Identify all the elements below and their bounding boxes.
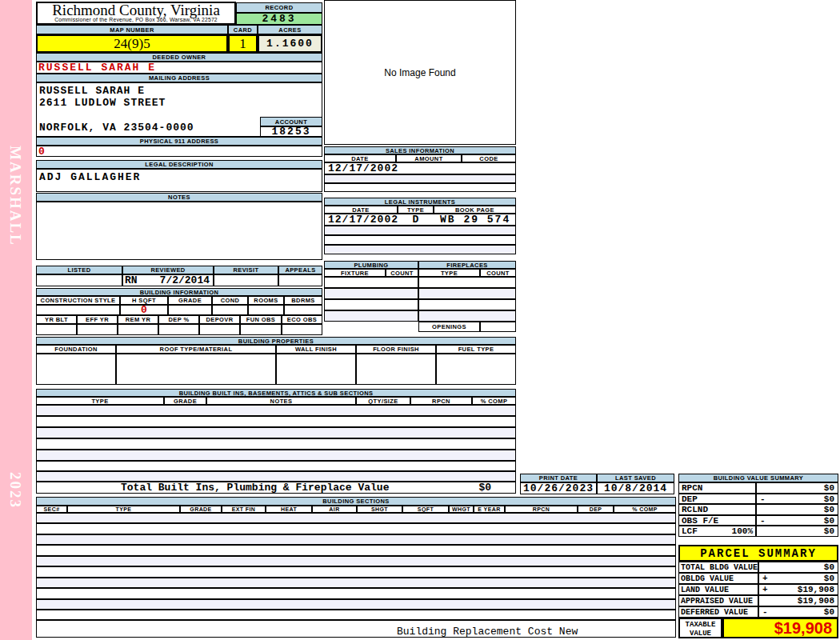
bs-footer-row: Building Replacement Cost New: [36, 620, 676, 638]
instrument-type-value: D: [398, 214, 434, 226]
account-value: 18253: [260, 126, 322, 137]
deeded-owner-value: RUSSELL SARAH E: [36, 62, 322, 74]
bvs-op: -: [760, 494, 766, 504]
ps-value: $19,908: [798, 585, 834, 594]
bvs-rpcn-value-cell: $0: [756, 482, 838, 494]
mailing-line-2: 2611 LUDLOW STREET: [39, 97, 166, 109]
bvs-value: $0: [824, 505, 834, 514]
bs-comp-header: % COMP: [614, 506, 676, 513]
instrument-row-empty: [324, 235, 516, 245]
bs-extfin-header: EXT FIN: [222, 506, 266, 513]
yrblt-value: [36, 324, 77, 335]
builtins-row-empty: [36, 450, 516, 461]
bs-dep-header: DEP: [578, 506, 614, 513]
acres-label: ACRES: [258, 25, 322, 34]
acres-value: 1.1600: [258, 34, 322, 53]
appeals-value: [278, 274, 322, 286]
revisit-value: [214, 274, 278, 286]
bvs-label: RPCN: [682, 483, 702, 493]
deppct-header: DEP %: [158, 315, 199, 324]
wallfinish-value: [276, 354, 356, 385]
depovr-header: DEPOVR: [199, 315, 240, 324]
ps-value: $0: [824, 607, 834, 617]
builtins-comp-header: % COMP: [472, 397, 516, 405]
ps-land-label: LAND VALUE: [678, 584, 758, 595]
parcel-summary-title: PARCEL SUMMARY: [678, 545, 838, 562]
print-date-value: 10/26/2023: [520, 482, 597, 494]
builtins-grade-header: GRADE: [164, 397, 206, 405]
ps-appraised-value: $19,908: [758, 595, 838, 606]
physical-911-label: PHYSICAL 911 ADDRESS: [36, 137, 322, 146]
bdrms-value: [284, 305, 322, 315]
card-value: 1: [228, 34, 258, 53]
bs-whgt-header: WHGT: [449, 506, 474, 513]
plumbing-fixture-header: FIXTURE: [324, 269, 386, 277]
legal-description-value: ADJ GALLAGHER: [36, 169, 322, 192]
fireplace-type-header: TYPE: [418, 269, 480, 277]
bdrms-header: BDRMS: [284, 296, 322, 305]
builtins-row-empty: [36, 471, 516, 482]
builtins-row-empty: [36, 461, 516, 471]
bs-air-header: AIR: [312, 506, 357, 513]
instrument-row-empty: [324, 245, 516, 254]
bvs-rclnd-value-cell: $0: [756, 504, 838, 515]
remyr-header: REM YR: [118, 315, 158, 324]
yrblt-header: YR BLT: [36, 315, 77, 324]
ps-obldg-value: + $0: [758, 573, 838, 584]
ps-deferred-value: - $0: [758, 606, 838, 618]
depovr-value: [199, 324, 240, 335]
ps-appraised-label: APPRAISED VALUE: [678, 595, 758, 606]
ps-deferred-label: DEFERRED VALUE: [678, 606, 758, 618]
funobs-value: [240, 324, 282, 335]
bs-sec-header: SEC#: [36, 506, 67, 513]
bs-grade-header: GRADE: [180, 506, 222, 513]
instrument-date-value: 12/17/2002: [324, 214, 398, 226]
plumbing-row-empty: [324, 310, 418, 322]
bvs-op: -: [760, 516, 766, 526]
deeded-owner-label: DEEDED OWNER: [36, 53, 322, 62]
built-ins-title: BUILDING BUILT INS, BASEMENTS, ATTICS & …: [36, 389, 516, 397]
builtins-row-empty: [36, 438, 516, 450]
legal-description-label: LEGAL DESCRIPTION: [36, 160, 322, 169]
mailing-line-3: NORFOLK, VA 23504-0000: [39, 122, 194, 134]
mailing-line-1: RUSSELL SARAH E: [39, 85, 145, 97]
cond-value: [212, 305, 248, 315]
bvs-dep-label-cell: DEP: [678, 494, 756, 504]
taxable-value-label: TAXABLE VALUE: [678, 618, 722, 638]
ps-value: $19,908: [798, 596, 834, 606]
grade-header: GRADE: [168, 296, 212, 305]
county-title: Richmond County, Virginia: [38, 3, 234, 17]
ps-land-value: + $19,908: [758, 584, 838, 595]
sales-code-header: CODE: [462, 154, 516, 162]
sales-date-header: DATE: [324, 154, 396, 162]
legal-instruments-title: LEGAL INSTRUMENTS: [324, 198, 516, 206]
ps-op: -: [762, 607, 768, 617]
instrument-bookpage-value: WB 29 574: [434, 214, 516, 226]
bs-type-header: TYPE: [67, 506, 180, 513]
building-properties-title: BUILDING PROPERTIES: [36, 337, 516, 345]
builtins-row-empty: [36, 405, 516, 416]
record-label: RECORD: [236, 2, 322, 13]
fueltype-value: [436, 354, 516, 385]
building-sections-title: BUILDING SECTIONS: [36, 497, 676, 506]
county-title-box: Richmond County, Virginia Commissioner o…: [36, 2, 236, 25]
appeals-label: APPEALS: [278, 266, 322, 274]
instrument-date-header: DATE: [324, 206, 398, 214]
sales-amount-header: AMOUNT: [396, 154, 462, 162]
notes-box: [36, 202, 322, 260]
bvs-rclnd-label-cell: RCLND: [678, 504, 756, 515]
bs-row-empty: [36, 610, 676, 620]
plumbing-row-empty: [324, 299, 418, 310]
builtins-total-value: $0: [478, 482, 491, 494]
bvs-lcf-value-cell: $0: [756, 526, 838, 537]
ecoobs-value: [282, 324, 322, 335]
instrument-bookpage-header: BOOK PAGE: [434, 206, 516, 214]
listed-label: LISTED: [36, 266, 122, 274]
builtins-total-row: Total Built Ins, Plumbing & Fireplace Va…: [36, 482, 516, 494]
reviewed-value: RN 7/2/2014: [122, 274, 214, 286]
commissioner-line: Commissioner of the Revenue, PO Box 366,…: [38, 17, 234, 22]
builtins-total-label: Total Built Ins, Plumbing & Fireplace Va…: [121, 482, 389, 494]
plumbing-title: PLUMBING: [324, 261, 418, 269]
plumbing-row-empty: [324, 277, 418, 288]
instrument-row-empty: [324, 226, 516, 235]
